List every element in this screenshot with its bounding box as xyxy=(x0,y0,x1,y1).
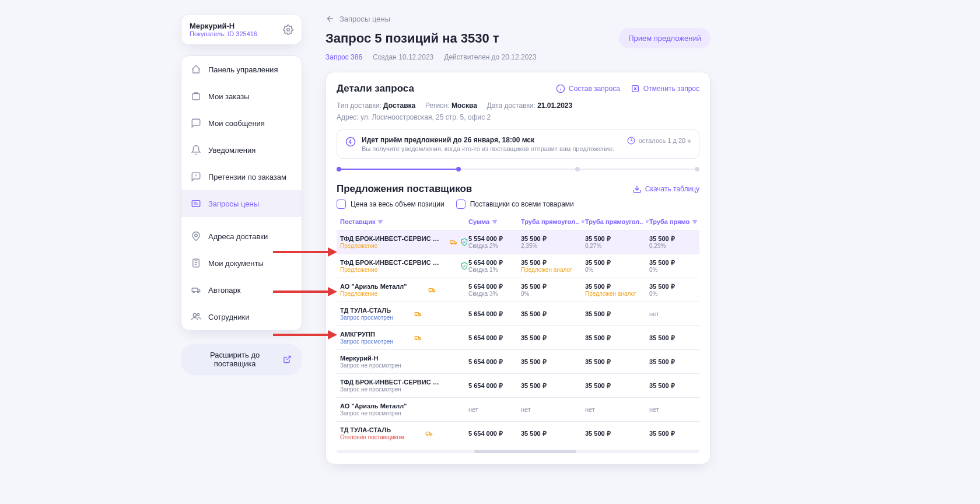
offers-heading: Предложения поставщиков xyxy=(337,183,472,195)
notice-box: Идет приём предложений до 26 января, 18:… xyxy=(337,130,699,159)
svg-point-25 xyxy=(419,339,420,340)
addresses-icon xyxy=(191,231,201,242)
table-row[interactable]: АМКГРУППЗапрос просмотрен5 654 000 ₽35 5… xyxy=(337,326,699,349)
horizontal-scrollbar[interactable] xyxy=(337,450,699,453)
filter-all-items[interactable]: Поставщики со всеми товарами xyxy=(456,200,574,209)
detail-line-delivery: Тип доставки: Доставка Регион: Москва Да… xyxy=(337,102,699,110)
sidebar-item-addresses[interactable]: Адреса доставки xyxy=(181,223,302,250)
delivery-icon xyxy=(450,238,458,246)
table-row[interactable]: ТД ТУЛА-СТАЛЬЗапрос просмотрен5 654 000 … xyxy=(337,302,699,326)
profile-card[interactable]: Меркурий-Н Покупатель: ID 325416 xyxy=(181,14,302,45)
sort-icon xyxy=(645,219,649,225)
filter-full-volume[interactable]: Цена за весь объем позиции xyxy=(337,200,444,209)
sidebar-item-dashboard[interactable]: Панель управления xyxy=(181,56,302,83)
request-id[interactable]: Запрос 386 xyxy=(326,53,362,61)
svg-rect-23 xyxy=(415,337,418,340)
download-icon xyxy=(632,184,642,194)
sidebar-item-messages[interactable]: Мои сообщения xyxy=(181,110,302,136)
staff-icon xyxy=(191,312,201,322)
svg-point-8 xyxy=(193,313,196,316)
sidebar-item-label: Панель управления xyxy=(208,65,278,74)
column-header[interactable]: Сумма xyxy=(468,218,521,225)
clock-icon xyxy=(627,136,635,145)
orders-icon xyxy=(191,91,201,102)
detail-line-address: Адрес: ул. Лосиноостровская, 25 стр. 5, … xyxy=(337,113,699,121)
notice-subtitle: Вы получите уведомления, когда кто-то из… xyxy=(362,145,614,152)
fleet-icon xyxy=(191,285,201,295)
table-row[interactable]: ТД ТУЛА-СТАЛЬОтклонён поставщиком5 654 0… xyxy=(337,421,699,445)
sort-icon xyxy=(692,219,698,225)
svg-point-0 xyxy=(287,28,290,31)
table-row[interactable]: ТФД БРОК-ИНВЕСТ-СЕРВИС И..Предложение5 5… xyxy=(337,230,699,254)
notifications-icon xyxy=(191,145,201,155)
svg-rect-20 xyxy=(415,313,418,316)
info-icon xyxy=(556,84,565,93)
table-row[interactable]: ТФД БРОК-ИНВЕСТ-СЕРВИС И..Запрос не прос… xyxy=(337,373,699,397)
cancel-icon xyxy=(631,84,640,93)
arrow-left-icon xyxy=(326,14,335,23)
table-row[interactable]: АО "Ариэль Металл"Запрос не просмотренне… xyxy=(337,397,699,421)
details-heading: Детали запроса xyxy=(337,83,414,94)
gear-icon[interactable] xyxy=(283,24,293,35)
annotation-arrow xyxy=(273,247,337,257)
documents-icon xyxy=(191,258,201,268)
svg-point-7 xyxy=(198,292,199,293)
download-table[interactable]: Скачать таблицу xyxy=(632,184,699,194)
delivery-icon xyxy=(414,310,422,318)
svg-point-22 xyxy=(419,315,420,316)
sidebar-item-label: Претензии по заказам xyxy=(208,173,286,181)
svg-point-6 xyxy=(193,292,194,293)
sidebar-item-notifications[interactable]: Уведомления xyxy=(181,136,302,163)
dashboard-icon xyxy=(191,64,201,75)
request-valid: Действителен до 20.12.2023 xyxy=(444,53,536,61)
compose-link[interactable]: Состав запроса xyxy=(556,84,620,93)
claims-icon xyxy=(191,172,201,182)
annotation-arrow xyxy=(273,287,337,296)
cancel-link[interactable]: Отменить запрос xyxy=(631,84,699,93)
external-link-icon xyxy=(283,355,292,364)
sidebar-item-label: Мои заказы xyxy=(208,92,250,101)
svg-rect-26 xyxy=(426,432,429,435)
notice-remaining: осталось 1 д 20 ч xyxy=(627,136,691,145)
svg-rect-5 xyxy=(192,288,198,292)
details-card: Детали запроса Состав запроса Отменить з… xyxy=(326,72,710,464)
profile-name: Меркурий-Н xyxy=(190,22,257,30)
column-header[interactable]: Труба прямоугол.. xyxy=(521,218,585,225)
sort-icon xyxy=(581,219,585,225)
sidebar-item-label: Запросы цены xyxy=(208,200,259,208)
sidebar-item-label: Адреса доставки xyxy=(208,232,268,241)
svg-point-28 xyxy=(430,435,431,436)
sidebar-item-orders[interactable]: Мои заказы xyxy=(181,83,302,110)
column-header[interactable]: Труба прямоугол.. xyxy=(585,218,649,225)
sidebar-item-label: Мои сообщения xyxy=(208,119,265,128)
svg-rect-17 xyxy=(429,289,432,292)
progress-stepper xyxy=(337,167,699,172)
table-row[interactable]: АО "Ариэль Металл"Предложение5 654 000 ₽… xyxy=(337,278,699,302)
table-row[interactable]: ТФД БРОК-ИНВЕСТ-СЕРВИС И..Предложение5 6… xyxy=(337,254,699,278)
expand-supplier-button[interactable]: Расширить до поставщика xyxy=(181,344,302,375)
table-row[interactable]: Меркурий-НЗапрос не просмотрен5 654 000 … xyxy=(337,349,699,373)
delivery-icon xyxy=(428,286,436,294)
status-pill: Прием предложений xyxy=(619,28,710,48)
quotes-icon xyxy=(191,198,201,209)
offers-table: ПоставщикСуммаТруба прямоугол..Труба пря… xyxy=(337,214,699,453)
profile-subtitle: Покупатель: ID 325416 xyxy=(190,30,257,37)
sort-icon xyxy=(377,219,383,225)
svg-point-3 xyxy=(195,234,198,237)
request-meta: Запрос 386 Создан 10.12.2023 Действителе… xyxy=(326,53,710,61)
delivery-icon xyxy=(414,334,422,342)
notice-title: Идет приём предложений до 26 января, 18:… xyxy=(362,136,614,144)
sidebar-item-staff[interactable]: Сотрудники xyxy=(181,303,302,330)
svg-point-24 xyxy=(416,339,417,340)
messages-icon xyxy=(191,118,201,128)
back-link[interactable]: Запросы цены xyxy=(326,14,710,23)
sidebar-item-quotes[interactable]: Запросы цены xyxy=(181,190,302,217)
shield-icon xyxy=(460,262,468,270)
column-header[interactable]: Труба прямо xyxy=(649,218,699,225)
sidebar-item-label: Мои документы xyxy=(208,259,264,268)
lightning-icon xyxy=(345,136,356,147)
page-title: Запрос 5 позиций на 3530 т xyxy=(326,31,499,46)
column-header[interactable]: Поставщик xyxy=(340,218,468,225)
sidebar-item-label: Автопарк xyxy=(208,286,241,295)
sidebar-item-claims[interactable]: Претензии по заказам xyxy=(181,163,302,190)
